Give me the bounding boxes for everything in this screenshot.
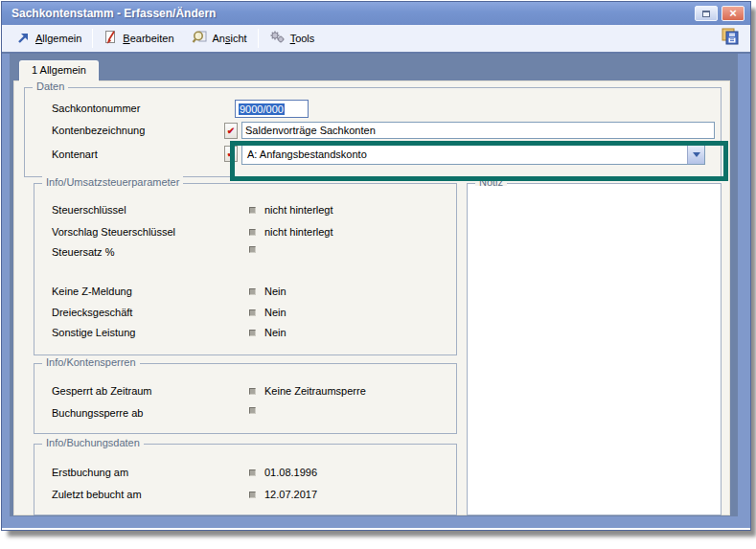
row-value: 01.08.1996 — [264, 467, 317, 478]
row-label: Erstbuchung am — [52, 467, 128, 478]
bullet-icon — [249, 288, 256, 295]
bullet-icon — [249, 330, 256, 336]
info-row: Sonstige Leistung Nein — [52, 327, 450, 342]
group-title: Info/Kontensperren — [42, 356, 140, 368]
dropdown-button[interactable] — [687, 145, 704, 164]
restore-button[interactable] — [695, 6, 718, 21]
toolbar-item-bearbeiten[interactable]: Bearbeiten — [95, 27, 182, 50]
info-row: Steuerschlüssel nicht hinterlegt — [52, 204, 450, 219]
kontenart-label: Kontenart — [52, 149, 98, 160]
bullet-icon — [249, 207, 256, 214]
group-daten: Daten Sachkontonummer 9000/000 Kontenbez… — [24, 87, 722, 177]
row-value: Nein — [264, 307, 286, 318]
group-buchungsdaten: Info/Buchungsdaten Erstbuchung am 01.08.… — [34, 444, 457, 515]
kontenart-dropdown[interactable]: A: Anfangsbestandskonto — [241, 144, 705, 165]
titlebar: Sachkontenstamm - Erfassen/Ändern × — [2, 2, 750, 25]
row-label: Buchungssperre ab — [52, 407, 143, 419]
kontenbezeichnung-value: Saldenvorträge Sachkonten — [245, 125, 376, 136]
group-title: Daten — [33, 80, 68, 92]
kontenart-selected-value: A: Anfangsbestandskonto — [242, 149, 687, 160]
close-button[interactable]: × — [722, 6, 745, 21]
kontenbezeichnung-label: Kontenbezeichnung — [52, 125, 145, 136]
toolbar-item-ansicht[interactable]: Ansicht — [183, 27, 256, 50]
group-umsatzsteuerparameter: Info/Umsatzsteuerparameter Steuerschlüss… — [34, 183, 457, 355]
bullet-icon — [249, 407, 256, 414]
gears-icon — [269, 30, 286, 47]
sachkontonummer-input[interactable]: 9000/000 — [235, 100, 309, 118]
toolbar-separator — [258, 29, 259, 48]
toolbar-item-label: Bearbeiten — [123, 33, 173, 44]
bullet-icon — [249, 469, 256, 476]
checked-icon: ✔ — [224, 123, 238, 139]
app-window: Sachkontenstamm - Erfassen/Ändern × Allg… — [2, 2, 750, 530]
group-kontensperren: Info/Kontensperren Gesperrt ab Zeitraum … — [34, 363, 457, 434]
row-value: 12.07.2017 — [264, 489, 317, 500]
group-title: Info/Umsatzsteuerparameter — [42, 176, 183, 188]
screen: Sachkontenstamm - Erfassen/Ändern × Allg… — [0, 0, 756, 549]
row-label: Steuersatz % — [52, 246, 114, 258]
window-body: 1 Allgemein Daten Sachkontonummer 9000/0… — [2, 54, 750, 528]
chevron-down-icon — [693, 152, 700, 157]
toolbar-separator — [92, 29, 93, 48]
group-title: Info/Buchungsdaten — [42, 437, 144, 448]
toolbar-item-label: Allgemein — [35, 33, 81, 44]
row-value: Keine Zeitraumsperre — [264, 385, 366, 397]
info-row: Keine Z-Meldung Nein — [52, 286, 450, 301]
kontenbezeichnung-input[interactable]: Saldenvorträge Sachkonten — [241, 122, 715, 139]
edit-document-icon — [103, 30, 118, 47]
info-row: Buchungssperre ab — [52, 407, 450, 423]
toolbar-item-label: Ansicht — [213, 33, 247, 44]
save-floppy-icon — [720, 34, 741, 50]
info-row: Erstbuchung am 01.08.1996 — [52, 467, 450, 482]
toolbar-item-tools[interactable]: Tools — [261, 27, 324, 50]
bullet-icon — [249, 388, 256, 395]
row-label: Steuerschlüssel — [52, 204, 126, 216]
toolbar-item-allgemein[interactable]: Allgemein — [8, 28, 90, 50]
row-value: Nein — [264, 286, 286, 297]
restore-icon — [702, 11, 710, 17]
info-row: Gesperrt ab Zeitraum Keine Zeitraumsperr… — [52, 385, 450, 400]
row-value: nicht hinterlegt — [264, 204, 333, 216]
info-row: Dreiecksgeschäft Nein — [52, 307, 450, 322]
toolbar: Allgemein Bearbeiten Ansicht — [2, 25, 750, 54]
row-label: Gesperrt ab Zeitraum — [52, 385, 152, 397]
selected-text: 9000/000 — [239, 103, 285, 115]
row-label: Vorschlag Steuerschlüssel — [52, 226, 175, 238]
bullet-icon — [249, 246, 256, 253]
notiz-textarea[interactable] — [470, 186, 719, 513]
bullet-icon — [249, 309, 256, 316]
nav-arrow-icon — [16, 31, 31, 47]
row-label: Zuletzt bebucht am — [52, 489, 142, 500]
toolbar-item-label: Tools — [290, 33, 315, 44]
tab-page-allgemein: Daten Sachkontonummer 9000/000 Kontenbez… — [13, 80, 730, 515]
save-button[interactable] — [716, 24, 745, 53]
info-row: Zuletzt bebucht am 12.07.2017 — [52, 489, 450, 504]
group-notiz: Notiz — [467, 183, 722, 515]
info-row: Vorschlag Steuerschlüssel nicht hinterle… — [52, 226, 450, 241]
magnifier-icon — [192, 30, 208, 47]
row-value: nicht hinterlegt — [264, 226, 333, 238]
row-label: Dreiecksgeschäft — [52, 307, 132, 318]
close-icon: × — [729, 7, 737, 19]
bullet-icon — [249, 229, 256, 236]
checked-icon: ✔ — [224, 146, 238, 162]
tab-allgemein[interactable]: 1 Allgemein — [19, 60, 99, 81]
info-row: Steuersatz % — [52, 246, 450, 262]
window-controls: × — [695, 6, 745, 21]
sachkontonummer-label: Sachkontonummer — [52, 103, 140, 114]
window-title: Sachkontenstamm - Erfassen/Ändern — [11, 7, 695, 20]
row-value: Nein — [264, 327, 286, 338]
row-label: Sonstige Leistung — [52, 327, 135, 338]
bullet-icon — [249, 492, 256, 498]
row-label: Keine Z-Meldung — [52, 286, 132, 297]
